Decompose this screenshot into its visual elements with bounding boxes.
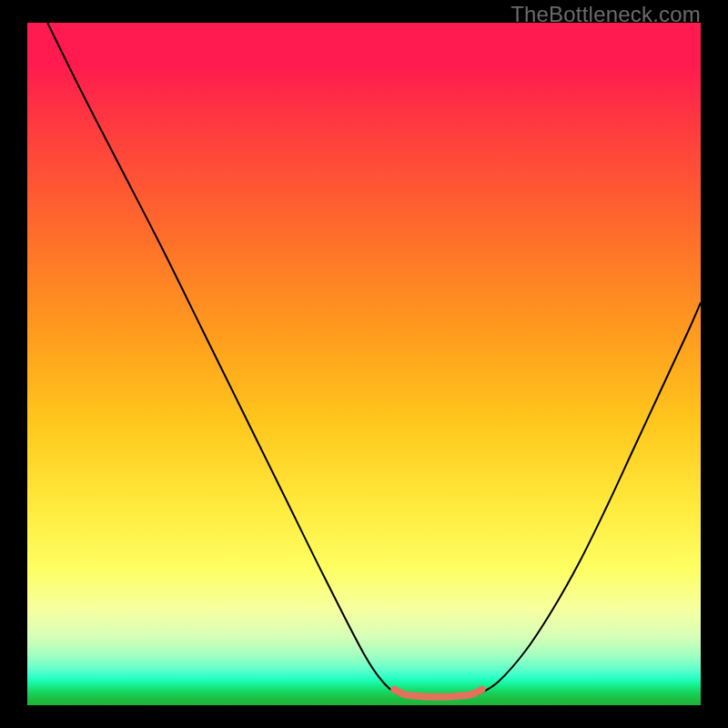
- bottleneck-curve-right: [479, 303, 701, 695]
- plot-area: [27, 23, 701, 705]
- bottleneck-curve-left: [47, 23, 398, 694]
- chart-frame: TheBottleneck.com: [0, 0, 728, 728]
- curve-layer: [27, 23, 701, 705]
- valley-highlight: [394, 690, 481, 697]
